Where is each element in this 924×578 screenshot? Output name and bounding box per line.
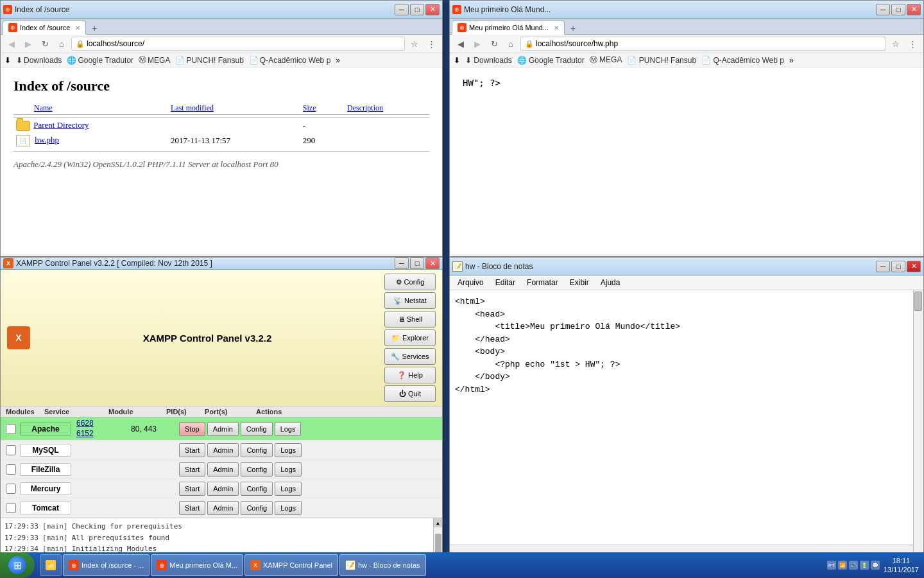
bookmark-qacad-r[interactable]: 📄 Q-Acadêmico Web p <box>701 56 784 65</box>
bookmark-mega-r[interactable]: Ⓜ MEGA <box>590 55 622 66</box>
bookmark-qacad[interactable]: 📄 Q-Acadêmico Web p <box>249 56 331 65</box>
hw-php-link[interactable]: hw.php <box>35 135 59 144</box>
tray-network[interactable]: 📶 <box>838 561 847 570</box>
browser-left-tab-1[interactable]: ⊕ Index of /source ✕ <box>3 21 86 35</box>
xampp-maximize[interactable]: □ <box>410 258 424 269</box>
vscroll-thumb[interactable] <box>914 292 922 311</box>
mysql-checkbox[interactable] <box>6 445 16 455</box>
quit-button[interactable]: ⏻ Quit <box>384 385 436 402</box>
bookmark-more-left[interactable]: ⬇ <box>4 56 11 65</box>
bookmarks-overflow[interactable]: » <box>336 56 340 65</box>
tab2-close[interactable]: ✕ <box>554 24 559 31</box>
mercury-checkbox[interactable] <box>6 484 16 494</box>
apache-pid2[interactable]: 6152 <box>76 429 94 438</box>
filezilla-admin-btn[interactable]: Admin <box>207 462 239 477</box>
tray-action-center[interactable]: 💬 <box>871 561 880 570</box>
netstat-button[interactable]: 📡 Netstat <box>384 292 436 309</box>
bookmark-mega[interactable]: Ⓜ MEGA <box>139 55 170 66</box>
forward-button[interactable]: ▶ <box>21 37 35 51</box>
tray-keyboard[interactable]: PT <box>827 561 836 570</box>
apache-checkbox[interactable] <box>6 424 16 434</box>
menu-editar[interactable]: Editar <box>490 277 520 288</box>
xampp-window-controls[interactable]: ─ □ ✕ <box>395 258 440 269</box>
mysql-config-btn[interactable]: Config <box>241 443 273 457</box>
bookmark-star-right[interactable]: ☆ <box>889 37 903 51</box>
menu-ajuda[interactable]: Ajuda <box>595 277 626 288</box>
bookmark-tradutor[interactable]: 🌐 Google Tradutor <box>67 56 133 65</box>
bookmark-punch-r[interactable]: 📄 PUNCH! Fansub <box>627 56 696 65</box>
col-desc[interactable]: Description <box>342 102 429 115</box>
col-size[interactable]: Size <box>298 102 342 115</box>
mercury-start-btn[interactable]: Start <box>179 482 205 496</box>
bookmark-downloads[interactable]: ⬇ Downloads <box>16 56 62 65</box>
address-bar-right[interactable]: 🔒 localhost/source/hw.php <box>520 37 886 51</box>
taskbar-clock[interactable]: 18:11 13/11/2017 <box>884 556 919 575</box>
bookmarks-overflow-r[interactable]: » <box>789 56 794 65</box>
tray-battery[interactable]: 🔋 <box>860 561 869 570</box>
xampp-close[interactable]: ✕ <box>425 258 440 269</box>
tab1-close[interactable]: ✕ <box>75 24 80 31</box>
browser-right-controls[interactable]: ─ □ ✕ <box>876 4 921 15</box>
forward-button-right[interactable]: ▶ <box>470 37 484 51</box>
apache-stop-btn[interactable]: Stop <box>179 422 205 436</box>
browser-left-minimize[interactable]: ─ <box>395 4 409 15</box>
taskbar-xampp[interactable]: X XAMPP Control Panel <box>244 554 338 576</box>
apache-logs-btn[interactable]: Logs <box>275 422 302 436</box>
tomcat-start-btn[interactable]: Start <box>179 501 205 515</box>
tomcat-config-btn[interactable]: Config <box>241 501 273 515</box>
refresh-button-right[interactable]: ↻ <box>487 37 501 51</box>
taskbar-browser-left[interactable]: ⊕ Index of /source - ... <box>63 554 150 576</box>
bookmark-downloads-r[interactable]: ⬇ Downloads <box>465 56 512 65</box>
mysql-start-btn[interactable]: Start <box>179 443 205 457</box>
apache-admin-btn[interactable]: Admin <box>207 422 239 436</box>
refresh-button[interactable]: ↻ <box>38 37 52 51</box>
browser-right-close[interactable]: ✕ <box>907 4 921 15</box>
apache-config-btn[interactable]: Config <box>241 422 273 436</box>
browser-left-maximize[interactable]: □ <box>410 4 424 15</box>
menu-button-left[interactable]: ⋮ <box>424 37 438 51</box>
filezilla-checkbox[interactable] <box>6 464 16 475</box>
browser-left-close[interactable]: ✕ <box>425 4 440 15</box>
notepad-vscroll[interactable] <box>913 290 923 555</box>
address-bar-left[interactable]: 🔒 localhost/source/ <box>71 37 405 51</box>
back-button[interactable]: ◀ <box>4 37 19 51</box>
bookmark-star-left[interactable]: ☆ <box>407 37 422 51</box>
xampp-minimize[interactable]: ─ <box>395 258 409 269</box>
menu-formatar[interactable]: Formatar <box>522 277 563 288</box>
mercury-admin-btn[interactable]: Admin <box>207 482 239 496</box>
parent-dir-link[interactable]: Parent Directory <box>33 120 89 130</box>
shell-button[interactable]: 🖥 Shell <box>384 311 436 328</box>
menu-arquivo[interactable]: Arquivo <box>452 277 489 288</box>
back-button-right[interactable]: ◀ <box>454 37 468 51</box>
browser-left-controls[interactable]: ─ □ ✕ <box>395 4 440 15</box>
menu-button-right[interactable]: ⋮ <box>905 37 920 51</box>
home-button-right[interactable]: ⌂ <box>504 37 518 51</box>
taskbar-explorer[interactable]: 📁 <box>40 554 62 576</box>
browser-right-maximize[interactable]: □ <box>891 4 905 15</box>
filezilla-config-btn[interactable]: Config <box>241 462 273 477</box>
tomcat-admin-btn[interactable]: Admin <box>207 501 239 515</box>
browser-right-minimize[interactable]: ─ <box>876 4 890 15</box>
filezilla-start-btn[interactable]: Start <box>179 462 205 477</box>
bookmark-punch[interactable]: 📄 PUNCH! Fansub <box>175 56 243 65</box>
mysql-logs-btn[interactable]: Logs <box>275 443 302 457</box>
menu-exibir[interactable]: Exibir <box>565 277 594 288</box>
taskbar-browser-right[interactable]: ⊕ Meu primeiro Olá M... <box>151 554 243 576</box>
notepad-editor[interactable]: <html> <head> <title>Meu primeiro Olá Mu… <box>450 290 913 545</box>
mysql-admin-btn[interactable]: Admin <box>207 443 239 457</box>
mercury-logs-btn[interactable]: Logs <box>275 482 302 496</box>
start-button[interactable]: ⊞ <box>0 552 35 578</box>
bookmark-more-right[interactable]: ⬇ <box>454 56 460 65</box>
scroll-up[interactable]: ▲ <box>434 518 442 527</box>
config-button[interactable]: ⚙ Config <box>384 274 436 290</box>
filezilla-logs-btn[interactable]: Logs <box>275 462 302 477</box>
bookmark-tradutor-r[interactable]: 🌐 Google Tradutor <box>517 56 585 65</box>
home-button[interactable]: ⌂ <box>55 37 69 51</box>
apache-pid1[interactable]: 6628 <box>76 419 94 428</box>
col-name[interactable]: Name <box>13 102 166 115</box>
notepad-controls[interactable]: ─ □ ✕ <box>876 261 921 272</box>
help-button[interactable]: ❓ Help <box>384 367 436 383</box>
mercury-config-btn[interactable]: Config <box>241 482 273 496</box>
taskbar-notepad[interactable]: 📝 hw - Bloco de notas <box>339 554 426 576</box>
notepad-minimize[interactable]: ─ <box>876 261 890 272</box>
